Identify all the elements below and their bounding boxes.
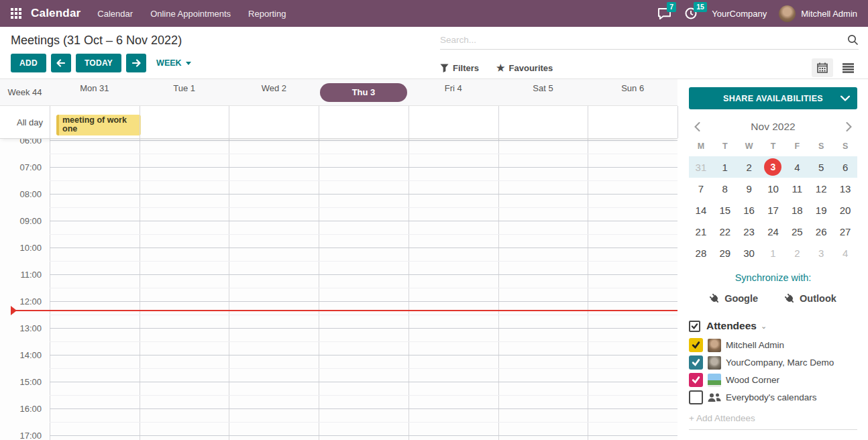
allday-row[interactable]: All day meeting of work one xyxy=(0,106,677,139)
sync-outlook-button[interactable]: Outlook xyxy=(785,293,836,304)
favourites-button[interactable]: ★ Favourites xyxy=(496,63,553,73)
minical-day[interactable]: 29 xyxy=(713,242,737,264)
minical-day-number: 18 xyxy=(792,205,803,216)
minical-day[interactable]: 12 xyxy=(809,178,833,199)
minical-day-number: 4 xyxy=(794,162,800,173)
minical-day[interactable]: 21 xyxy=(689,221,713,242)
minical-day[interactable]: 7 xyxy=(689,178,713,199)
minical-day[interactable]: 8 xyxy=(713,178,737,199)
minical-day[interactable]: 25 xyxy=(785,221,809,242)
avatar-marc xyxy=(708,356,721,370)
attendee-checkbox-wood-corner[interactable] xyxy=(689,373,703,387)
activities-button[interactable]: 15 xyxy=(685,6,700,21)
filter-funnel-icon xyxy=(440,64,449,72)
minical-day[interactable]: 22 xyxy=(713,221,737,242)
day-header-thu-3[interactable]: Thu 3 xyxy=(319,83,409,102)
minical-day[interactable]: 4 xyxy=(833,242,857,264)
minical-day[interactable]: 24 xyxy=(761,221,785,242)
column-line xyxy=(677,106,678,138)
minical-day[interactable]: 26 xyxy=(809,221,833,242)
list-view-button[interactable] xyxy=(837,58,859,77)
apps-menu-icon[interactable] xyxy=(11,8,21,19)
minical-day[interactable]: 6 xyxy=(833,156,857,178)
share-availabilities-button[interactable]: SHARE AVAILABILITIES xyxy=(689,87,857,109)
prev-week-button[interactable] xyxy=(51,54,71,72)
company-switcher[interactable]: YourCompany xyxy=(712,9,767,19)
column-line xyxy=(498,106,499,138)
nav-menu-item-online-appointments[interactable]: Online Appointments xyxy=(142,0,239,27)
chevron-down-icon[interactable] xyxy=(840,95,850,101)
minical-day[interactable]: 16 xyxy=(737,199,761,221)
add-button[interactable]: ADD xyxy=(11,54,46,72)
sync-google-button[interactable]: Google xyxy=(710,293,758,304)
day-header-label: Wed 2 xyxy=(230,83,317,93)
allday-label: All day xyxy=(0,117,43,127)
attendee-checkbox-yourcompany-marc-demo[interactable] xyxy=(689,355,703,370)
minical-day[interactable]: 17 xyxy=(761,199,785,221)
minical-prev-icon[interactable] xyxy=(693,121,702,133)
minical-day[interactable]: 18 xyxy=(785,199,809,221)
attendee-checkbox-mitchell-admin[interactable] xyxy=(689,338,703,352)
time-label: 14:00 xyxy=(0,350,42,360)
day-header-mon-31[interactable]: Mon 31 xyxy=(50,83,140,102)
minical-day[interactable]: 14 xyxy=(689,199,713,221)
search-icon[interactable] xyxy=(847,34,859,46)
scale-selector[interactable]: WEEK xyxy=(156,58,191,68)
calendar-view-button[interactable] xyxy=(812,58,833,77)
day-header-fri-4[interactable]: Fri 4 xyxy=(409,83,498,102)
minical-day[interactable]: 15 xyxy=(713,199,737,221)
next-week-button[interactable] xyxy=(126,54,146,72)
attendees-header[interactable]: Attendees ⌄ xyxy=(689,320,857,332)
minical-day-number: 29 xyxy=(719,248,730,259)
minical-day[interactable]: 2 xyxy=(737,156,761,178)
minical-day[interactable]: 4 xyxy=(785,156,809,178)
minical-day[interactable]: 1 xyxy=(761,242,785,264)
filters-button[interactable]: Filters xyxy=(440,63,479,73)
minical-day-number: 16 xyxy=(743,205,755,216)
minical-day[interactable]: 13 xyxy=(833,178,857,199)
minical-day[interactable]: 20 xyxy=(833,199,857,221)
minical-day[interactable]: 9 xyxy=(737,178,761,199)
nav-menu-item-calendar[interactable]: Calendar xyxy=(89,0,142,27)
attendee-checkbox-everybody-s-calendars[interactable] xyxy=(689,390,703,404)
hour-line xyxy=(50,221,677,221)
attendees-master-checkbox[interactable] xyxy=(689,321,700,332)
week-number[interactable]: Week 44 xyxy=(0,87,50,97)
minical-day[interactable]: 27 xyxy=(833,221,857,242)
day-header-tue-1[interactable]: Tue 1 xyxy=(140,83,229,102)
plug-icon xyxy=(783,291,797,305)
minical-day[interactable]: 31 xyxy=(689,156,713,178)
column-line xyxy=(409,106,409,138)
day-header-wed-2[interactable]: Wed 2 xyxy=(229,83,319,102)
half-hour-line xyxy=(50,368,677,369)
minical-day-number: 27 xyxy=(840,226,851,237)
minical-day[interactable]: 28 xyxy=(689,242,713,264)
minical-today[interactable]: 3 xyxy=(761,156,785,178)
messages-button[interactable]: 7 xyxy=(658,6,673,21)
app-brand[interactable]: Calendar xyxy=(31,7,80,20)
day-header-sun-6[interactable]: Sun 6 xyxy=(588,83,677,102)
add-attendees-link[interactable]: + Add Attendees xyxy=(689,413,857,423)
search-input[interactable] xyxy=(440,35,847,45)
minical-day[interactable]: 1 xyxy=(713,156,737,178)
messages-badge: 7 xyxy=(667,2,676,12)
attendee-name: Mitchell Admin xyxy=(726,340,784,350)
minical-day[interactable]: 19 xyxy=(809,199,833,221)
nav-menu-item-reporting[interactable]: Reporting xyxy=(239,0,294,27)
minical-next-icon[interactable] xyxy=(845,121,853,133)
attendee-name: Everybody's calendars xyxy=(726,392,816,402)
minical-day[interactable]: 2 xyxy=(785,242,809,264)
minical-day[interactable]: 10 xyxy=(761,178,785,199)
minical-day[interactable]: 30 xyxy=(737,242,761,264)
minical-day[interactable]: 3 xyxy=(809,242,833,264)
user-menu[interactable]: Mitchell Admin xyxy=(779,5,857,22)
minical-day[interactable]: 23 xyxy=(737,221,761,242)
minical-day-number: 23 xyxy=(743,226,755,237)
minical-week-row: 2829301234 xyxy=(689,242,857,264)
day-header-sat-5[interactable]: Sat 5 xyxy=(498,83,588,102)
minical-day[interactable]: 11 xyxy=(785,178,809,199)
today-button[interactable]: TODAY xyxy=(76,54,121,72)
timegrid[interactable]: 06:0007:0008:0009:0010:0011:0012:0013:00… xyxy=(0,139,677,440)
minical-day[interactable]: 5 xyxy=(809,156,833,178)
event-meeting-of-work-one[interactable]: meeting of work one xyxy=(56,115,141,135)
